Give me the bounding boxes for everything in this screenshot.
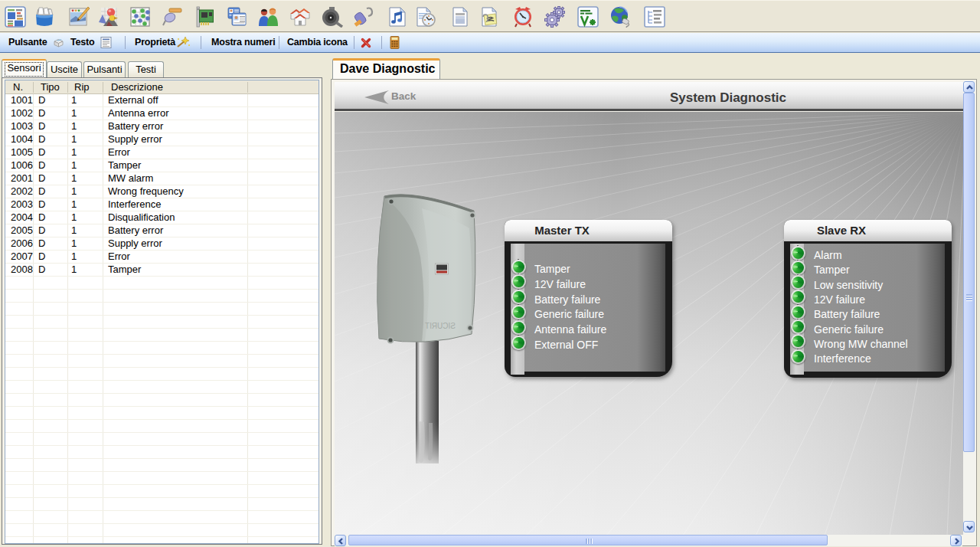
svg-text:SICURIT: SICURIT — [425, 322, 456, 330]
